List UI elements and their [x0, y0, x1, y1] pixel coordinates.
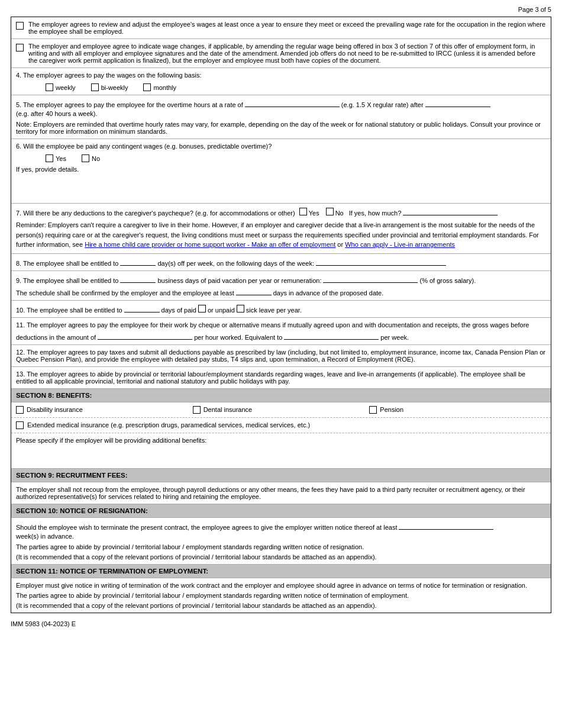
q11-text: 11. The employer agrees to pay the emplo…: [16, 321, 546, 328]
q7-label: 7. Will there be any deductions to the c…: [16, 210, 295, 217]
q7-reminder: Reminder: Employers can't require a care…: [16, 220, 546, 250]
q9-label2: business days of paid vacation per year …: [157, 277, 321, 284]
q6-no-label: No: [92, 155, 100, 162]
section10-text1: Should the employee wish to terminate th…: [16, 524, 397, 531]
checkbox-q10-unpaid[interactable]: [237, 305, 244, 313]
checkbox-pension[interactable]: [369, 406, 377, 414]
q6-yes-label: Yes: [56, 155, 66, 162]
section11-text1: Employer must give notice in writing of …: [16, 582, 546, 589]
q8-days-list-field[interactable]: [316, 257, 446, 266]
section10-text3: (It is recommended that a copy of the re…: [16, 553, 546, 561]
q5-eg2: (e.g. after 40 hours a week).: [16, 110, 98, 117]
q8-label2: day(s) off per week, on the following da…: [157, 260, 314, 267]
q10-label3: sick leave per year.: [246, 307, 302, 314]
q9-days-field[interactable]: [120, 275, 156, 283]
q7-link1[interactable]: Hire a home child care provider or home …: [85, 241, 335, 248]
checkbox-q6-yes[interactable]: [46, 154, 53, 162]
q11-equivalent-field[interactable]: [284, 331, 379, 340]
q7-link2[interactable]: Who can apply - Live-in arrangements: [345, 241, 455, 248]
disability-label: Disability insurance: [27, 406, 83, 413]
q11-per-week: per week.: [380, 334, 409, 341]
q13-text: 13. The employer agrees to abide by prov…: [16, 371, 525, 385]
checkbox-monthly[interactable]: [143, 83, 151, 91]
checkbox-q6-no[interactable]: [82, 154, 89, 162]
q9-note: The schedule shall be confirmed by the e…: [16, 289, 234, 297]
q7-amount-field[interactable]: [403, 207, 498, 215]
checkbox-q7-no[interactable]: [326, 208, 334, 215]
checkbox-wage-review[interactable]: [16, 22, 24, 30]
q9-label: 9. The employee shall be entitled to: [16, 277, 118, 284]
q6-if-yes: If yes, provide details.: [16, 166, 546, 173]
section10-text2: The parties agree to abide by provincial…: [16, 543, 546, 550]
q11-per-hour: per hour worked. Equivalent to: [194, 334, 282, 341]
checkbox-extended[interactable]: [16, 421, 24, 429]
weekly-label: weekly: [56, 84, 76, 91]
q5-after-field[interactable]: [425, 99, 490, 107]
monthly-label: monthly: [153, 84, 176, 91]
checkbox-q10-paid[interactable]: [198, 305, 206, 313]
checkbox-disability[interactable]: [16, 406, 24, 414]
q10-days-field[interactable]: [124, 304, 160, 313]
wage-review-text2: The employer and employee agree to indic…: [28, 43, 546, 64]
q7-no-label: No: [335, 210, 344, 217]
q5-label: 5. The employer agrees to pay the employ…: [16, 101, 243, 108]
form-id: IMM 5983 (04-2023) E: [11, 620, 551, 627]
q9-advance-field[interactable]: [236, 287, 272, 295]
q8-days-field[interactable]: [120, 257, 156, 266]
q11-deductions: deductions in the amount of: [16, 334, 96, 341]
dental-label: Dental insurance: [204, 406, 253, 413]
q5-eg1: (e.g. 1.5 X regular rate) after: [341, 101, 424, 108]
biweekly-label: bi-weekly: [101, 84, 128, 91]
section10-weeks-field[interactable]: [399, 521, 493, 530]
q5-rate-field[interactable]: [245, 99, 340, 107]
q7-yes-label: Yes: [309, 210, 319, 217]
section10-weeks: week(s) in advance.: [16, 533, 74, 540]
additional-benefits-label: Please specify if the employer will be p…: [16, 437, 546, 444]
section8-header: SECTION 8: BENEFITS:: [11, 389, 551, 402]
checkbox-weekly[interactable]: [46, 83, 53, 91]
q6-label: 6. Will the employee be paid any conting…: [16, 143, 546, 150]
section11-text3: (It is recommended that a copy of the re…: [16, 602, 546, 609]
checkbox-q7-yes[interactable]: [299, 208, 307, 215]
wage-review-text1: The employer agrees to review and adjust…: [28, 21, 546, 35]
section11-header: SECTION 11: NOTICE OF TERMINATION OF EMP…: [11, 565, 551, 578]
checkbox-biweekly[interactable]: [91, 83, 99, 91]
checkbox-dental[interactable]: [193, 406, 201, 414]
q9-label3: (% of gross salary).: [419, 277, 476, 284]
q10-label2: days of paid: [162, 307, 196, 314]
q5-note: Note: Employers are reminded that overti…: [16, 121, 546, 135]
q10-label: 10. The employee shall be entitled to: [16, 307, 122, 314]
page-number: Page 3 of 5: [11, 6, 551, 13]
q11-amount-field[interactable]: [98, 331, 192, 340]
q7-if-yes-how: If yes, how much?: [349, 210, 402, 217]
extended-label: Extended medical insurance (e.g. prescri…: [27, 421, 310, 429]
section11-text2: The parties agree to abide by provincial…: [16, 592, 546, 599]
section9-header: SECTION 9: RECRUITMENT FEES:: [11, 469, 551, 482]
q10-or-unpaid: or unpaid: [208, 307, 235, 314]
q9-remuneration-field[interactable]: [323, 275, 418, 283]
q12-text: 12. The employer agrees to pay taxes and…: [16, 349, 545, 363]
q8-label: 8. The employee shall be entitled to: [16, 260, 118, 267]
section10-header: SECTION 10: NOTICE OF RESIGNATION:: [11, 504, 551, 518]
checkbox-wage-amend[interactable]: [16, 44, 24, 51]
section9-text: The employer shall not recoup from the e…: [16, 486, 525, 500]
q4-label: 4. The employer agrees to pay the wages …: [16, 72, 546, 79]
q9-note2: days in advance of the proposed date.: [273, 289, 384, 297]
pension-label: Pension: [380, 406, 403, 413]
